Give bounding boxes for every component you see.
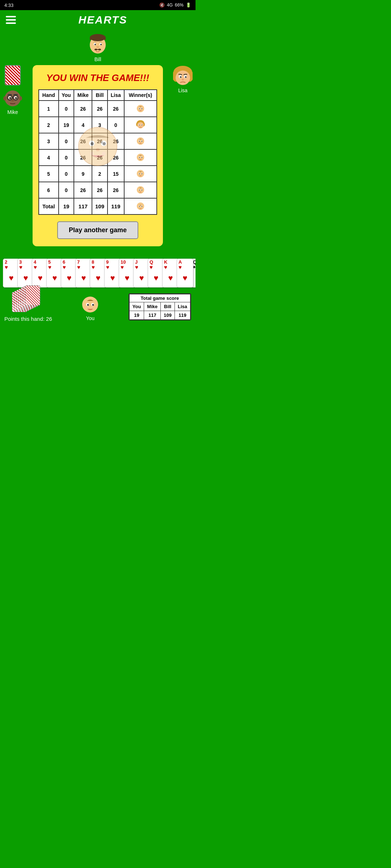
winner-icon-cell: [124, 149, 157, 166]
col-bill: Bill: [92, 90, 107, 101]
you-label-bottom: You: [86, 315, 94, 321]
svg-point-29: [137, 105, 144, 112]
col-winners: Winner(s): [124, 90, 157, 101]
col-hand: Hand: [39, 90, 59, 101]
svg-point-50: [139, 157, 140, 158]
table-row: 509215: [39, 166, 157, 182]
svg-point-20: [19, 96, 22, 101]
svg-point-40: [139, 124, 140, 125]
svg-point-41: [141, 124, 142, 125]
app-title: HEARTS: [16, 14, 190, 26]
ts-val-you: 19: [129, 311, 144, 320]
svg-point-55: [139, 173, 140, 174]
ts-val-mike: 117: [144, 311, 161, 320]
bill-avatar: [88, 33, 108, 55]
svg-point-65: [139, 206, 140, 207]
svg-point-42: [137, 137, 144, 145]
svg-point-81: [82, 297, 98, 312]
ts-col-lisa: Lisa: [175, 302, 190, 311]
svg-point-52: [137, 170, 144, 178]
svg-point-85: [92, 304, 94, 306]
table-row: 10262626: [39, 101, 157, 117]
playing-card[interactable]: A ♥ ♥: [177, 259, 193, 288]
bottom-info-area: Points this hand: 26 You Total game scor…: [0, 289, 196, 325]
deck-stack: [12, 292, 45, 314]
svg-point-45: [139, 141, 140, 141]
ts-col-you: You: [129, 302, 144, 311]
table-row: 219430: [39, 117, 157, 133]
player-hand: 2 ♥ ♥ 3 ♥ ♥ 4 ♥ ♥ 5 ♥ ♥ 6 ♥ ♥ 7 ♥: [1, 259, 194, 288]
svg-point-66: [141, 206, 142, 207]
status-icons: 🔇 4G 66% 🔋: [159, 3, 191, 8]
svg-point-86: [86, 306, 89, 309]
points-this-hand: Points this hand: 26: [4, 316, 52, 322]
winner-icon-cell: [124, 101, 157, 117]
svg-point-57: [137, 186, 144, 194]
svg-point-33: [141, 108, 142, 109]
lisa-avatar: [173, 65, 193, 86]
table-row: 60262626: [39, 182, 157, 198]
total-bill: 109: [92, 198, 107, 214]
player-lisa: Lisa: [173, 65, 193, 93]
total-lisa: 119: [108, 198, 124, 214]
winner-icon-cell: [124, 166, 157, 182]
lisa-label: Lisa: [178, 88, 188, 93]
svg-point-8: [94, 49, 97, 51]
svg-point-7: [96, 46, 99, 48]
total-score-table: Total game score You Mike Bill Lisa 19 1…: [129, 293, 191, 320]
signal-icon: 4G: [167, 3, 173, 8]
winner-icon-cell: [124, 182, 157, 198]
battery-icon: 🔋: [186, 3, 191, 8]
status-bar: 4:33 🔇 4G 66% 🔋: [0, 0, 196, 10]
col-lisa: Lisa: [108, 90, 124, 101]
ts-val-bill: 109: [161, 311, 175, 320]
ts-col-mike: Mike: [144, 302, 161, 311]
svg-point-16: [9, 97, 11, 99]
svg-point-37: [137, 122, 144, 128]
ts-col-bill: Bill: [161, 302, 175, 311]
table-row: 30262626: [39, 133, 157, 149]
svg-point-51: [141, 157, 142, 158]
svg-rect-2: [90, 38, 106, 40]
col-you: You: [59, 90, 74, 101]
player-bill: Bill: [88, 33, 108, 62]
svg-point-46: [141, 141, 142, 141]
win-title: YOU WIN THE GAME!!!: [38, 72, 157, 84]
svg-point-5: [94, 44, 96, 45]
battery-display: 66%: [175, 3, 184, 8]
table-row: 40262626: [39, 149, 157, 166]
svg-point-19: [3, 96, 6, 101]
mike-avatar: [3, 87, 22, 108]
winner-icon-cell: [124, 117, 157, 133]
win-dialog: YOU WIN THE GAME!!!: [33, 65, 163, 246]
svg-point-73: [180, 76, 182, 78]
cards-area: 2 ♥ ♥ 3 ♥ ♥ 4 ♥ ♥ 5 ♥ ♥ 6 ♥ ♥ 7 ♥: [0, 255, 196, 289]
total-label: Total: [39, 198, 59, 214]
svg-point-87: [91, 306, 94, 309]
col-mike: Mike: [74, 90, 92, 101]
play-another-button[interactable]: Play another game: [57, 221, 138, 239]
time-display: 4:33: [4, 3, 13, 8]
svg-point-9: [98, 49, 101, 51]
mute-icon: 🔇: [159, 3, 165, 8]
svg-point-32: [139, 108, 140, 109]
svg-point-61: [141, 190, 142, 190]
svg-point-18: [12, 100, 14, 102]
mike-label: Mike: [7, 109, 18, 115]
svg-point-47: [137, 154, 144, 161]
svg-point-70: [176, 71, 190, 85]
score-table: Hand You Mike Bill Lisa Winner(s) 102626…: [38, 89, 157, 215]
total-you: 19: [59, 198, 74, 214]
svg-point-74: [185, 76, 187, 78]
total-winner-icon: [124, 198, 157, 214]
hamburger-menu[interactable]: [6, 16, 16, 24]
svg-point-6: [100, 44, 102, 45]
svg-point-56: [141, 173, 142, 174]
header: HEARTS: [0, 10, 196, 30]
winner-icon-cell: [124, 133, 157, 149]
svg-point-75: [182, 79, 184, 81]
svg-point-17: [15, 97, 17, 99]
ts-val-lisa: 119: [175, 311, 190, 320]
player-mike: Mike: [3, 65, 22, 115]
bill-label: Bill: [94, 56, 101, 62]
